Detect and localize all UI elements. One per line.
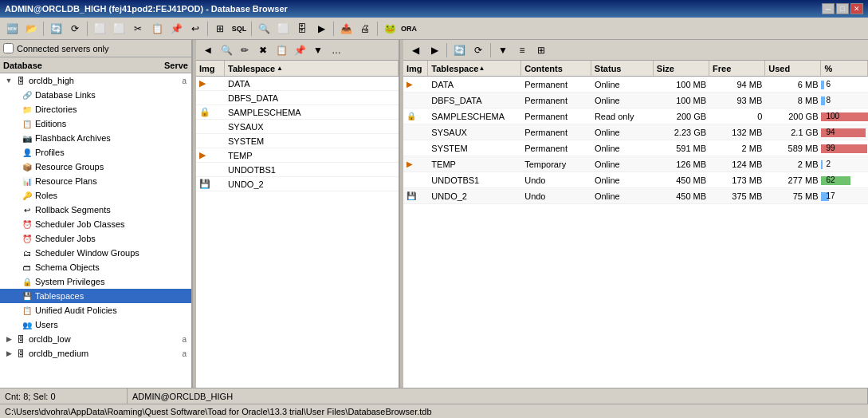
sql-button[interactable]: SQL: [230, 20, 248, 37]
right-table-header: Img Tablespace ▲ Contents Status Size Fr…: [403, 61, 868, 77]
tree-item-flashback[interactable]: 📷 Flashback Archives: [0, 131, 191, 145]
right-filter-btn[interactable]: ▼: [494, 41, 512, 59]
mid-delete-btn[interactable]: ✖: [254, 41, 272, 59]
right-contents-col[interactable]: Contents: [521, 61, 591, 76]
right-table-row[interactable]: ▶ DATA Permanent Online 100 MB 94 MB 6 M…: [403, 77, 868, 93]
mid-table-body[interactable]: ▶ DATA DBFS_DATA 🔒 SAMPLESCHEMA SYSAUX: [196, 77, 399, 388]
tree-root-orcldb-high[interactable]: ▼ 🗄 orcldb_high a: [0, 73, 191, 88]
tree-item-editions[interactable]: 📋 Editions: [0, 116, 191, 131]
open-button[interactable]: 📂: [22, 20, 40, 37]
right-img-col[interactable]: Img: [403, 61, 428, 76]
right-table-row[interactable]: 🔒 SAMPLESCHEMA Permanent Read only 200 G…: [403, 108, 868, 124]
print-button[interactable]: 🖨: [356, 20, 374, 37]
right-table-row[interactable]: ▶ TEMP Temporary Online 126 MB 124 MB 2 …: [403, 156, 868, 172]
mid-row-system[interactable]: SYSTEM: [196, 134, 399, 148]
new-button[interactable]: 🆕: [3, 20, 21, 37]
mid-edit-btn[interactable]: ✏: [236, 41, 253, 59]
back-button[interactable]: ⬜: [91, 20, 108, 37]
tree-item-scheduler-jobs[interactable]: ⏰ Scheduler Jobs: [0, 231, 191, 246]
tree-item-schema-objects[interactable]: 🗃 Schema Objects: [0, 260, 191, 274]
right-cell-tablespace: SYSAUX: [428, 127, 521, 138]
right-table-row[interactable]: SYSTEM Permanent Online 591 MB 2 MB 589 …: [403, 140, 868, 156]
right-back-btn[interactable]: ◀: [407, 41, 424, 59]
mid-row-undotbs1[interactable]: UNDOTBS1: [196, 163, 399, 177]
main-toolbar: 🆕 📂 🔄 ⟳ ⬜ ⬜ ✂ 📋 📌 ↩ ⊞ SQL 🔍 ⬜ 🗄 ▶ 📤 🖨 🐸 …: [0, 18, 868, 40]
connected-checkbox-input[interactable]: [3, 43, 14, 53]
right-free-col[interactable]: Free: [709, 61, 765, 76]
copy-button[interactable]: 📋: [148, 20, 166, 37]
mid-row-undo2[interactable]: 💾 UNDO_2: [196, 177, 399, 191]
mid-filter-btn[interactable]: ▼: [309, 41, 327, 59]
expander-orcldb-low[interactable]: ▶: [3, 333, 14, 345]
tree-root-orcldb-low[interactable]: ▶ 🗄 orcldb_low a: [0, 332, 191, 346]
cut-button[interactable]: ✂: [129, 20, 147, 37]
mid-paste-btn[interactable]: 📌: [291, 41, 308, 59]
window-controls[interactable]: ─ □ ✕: [822, 3, 863, 14]
refresh2-button[interactable]: ⟳: [66, 20, 84, 37]
ora-button[interactable]: ORA: [400, 20, 418, 37]
tree-item-database-links[interactable]: 🔗 Database Links: [0, 88, 191, 102]
right-table-row[interactable]: UNDOTBS1 Undo Online 450 MB 173 MB 277 M…: [403, 172, 868, 188]
right-pct-col[interactable]: %: [821, 61, 868, 76]
mid-refresh-btn[interactable]: 🔍: [218, 41, 235, 59]
expander-orcldb-medium[interactable]: ▶: [3, 348, 14, 359]
mid-row-data[interactable]: ▶ DATA: [196, 77, 399, 91]
mid-more-btn[interactable]: …: [328, 41, 345, 59]
right-table-row[interactable]: DBFS_DATA Permanent Online 100 MB 93 MB …: [403, 93, 868, 108]
right-table-row[interactable]: 💾 UNDO_2 Undo Online 450 MB 375 MB 75 MB…: [403, 188, 868, 204]
right-cell-status: Online: [591, 95, 654, 106]
right-table-row[interactable]: SYSAUX Permanent Online 2.23 GB 132 MB 2…: [403, 124, 868, 140]
right-used-col[interactable]: Used: [765, 61, 821, 76]
right-grid-btn[interactable]: ⊞: [532, 41, 550, 59]
tree-item-profiles[interactable]: 👤 Profiles: [0, 145, 191, 160]
right-refresh2-btn[interactable]: ⟳: [469, 41, 487, 59]
expander-orcldb-high[interactable]: ▼: [3, 75, 14, 86]
tree-item-users[interactable]: 👥 Users: [0, 317, 191, 332]
right-size-col[interactable]: Size: [654, 61, 709, 76]
mid-tablespace-col-header[interactable]: Tablespace ▲: [225, 61, 399, 76]
right-cell-used: 75 MB: [765, 191, 821, 202]
run-button[interactable]: ▶: [312, 20, 330, 37]
connected-servers-filter[interactable]: Connected servers only: [0, 40, 191, 57]
right-tablespace-col[interactable]: Tablespace ▲: [428, 61, 521, 76]
fwd-button[interactable]: ⬜: [110, 20, 128, 37]
mid-navigate-btn[interactable]: ◀: [199, 41, 217, 59]
grid-button[interactable]: ⊞: [211, 20, 229, 37]
tree-item-window-groups[interactable]: 🗂 Scheduler Window Groups: [0, 246, 191, 260]
mid-row-sampleschema[interactable]: 🔒 SAMPLESCHEMA: [196, 105, 399, 120]
toad-icon[interactable]: 🐸: [381, 20, 399, 37]
minimize-button[interactable]: ─: [822, 3, 835, 14]
maximize-button[interactable]: □: [836, 3, 849, 14]
mid-row-temp[interactable]: ▶ TEMP: [196, 148, 399, 163]
tree-item-system-privileges[interactable]: 🔒 System Privileges: [0, 274, 191, 289]
right-refresh-btn[interactable]: 🔄: [450, 41, 468, 59]
tree-item-resource-groups[interactable]: 📦 Resource Groups: [0, 160, 191, 174]
tree-item-resource-plans[interactable]: 📊 Resource Plans: [0, 174, 191, 188]
database-tree[interactable]: ▼ 🗄 orcldb_high a 🔗 Database Links 📁 Dir…: [0, 73, 191, 388]
mid-name-data: DATA: [225, 78, 399, 89]
paste-button[interactable]: 📌: [167, 20, 185, 37]
tree-item-tablespaces[interactable]: 💾 Tablespaces: [0, 289, 191, 303]
export-button[interactable]: 📤: [337, 20, 355, 37]
right-list-btn[interactable]: ≡: [513, 41, 531, 59]
editions-icon: 📋: [21, 117, 33, 130]
close-button[interactable]: ✕: [850, 3, 863, 14]
search-button[interactable]: 🔍: [255, 20, 273, 37]
refresh-button[interactable]: 🔄: [47, 20, 65, 37]
mid-copy-btn[interactable]: 📋: [273, 41, 290, 59]
db-button[interactable]: 🗄: [293, 20, 311, 37]
mid-row-dbfs[interactable]: DBFS_DATA: [196, 91, 399, 105]
tree-item-rollback[interactable]: ↩ Rollback Segments: [0, 203, 191, 217]
stop-button[interactable]: ⬜: [274, 20, 292, 37]
tree-item-directories[interactable]: 📁 Directories: [0, 102, 191, 116]
right-table-body[interactable]: ▶ DATA Permanent Online 100 MB 94 MB 6 M…: [403, 77, 868, 388]
tree-item-job-classes[interactable]: ⏰ Scheduler Job Classes: [0, 217, 191, 231]
tablespace-details-panel: ◀ ▶ 🔄 ⟳ ▼ ≡ ⊞ Img Tablespace ▲ Contents: [403, 40, 868, 388]
tree-item-unified-audit[interactable]: 📋 Unified Audit Policies: [0, 303, 191, 317]
right-status-col[interactable]: Status: [591, 61, 654, 76]
tree-item-roles[interactable]: 🔑 Roles: [0, 188, 191, 203]
right-fwd-btn[interactable]: ▶: [426, 41, 443, 59]
mid-row-sysaux[interactable]: SYSAUX: [196, 120, 399, 134]
undo-button[interactable]: ↩: [187, 20, 204, 37]
tree-root-orcldb-medium[interactable]: ▶ 🗄 orcldb_medium a: [0, 346, 191, 361]
